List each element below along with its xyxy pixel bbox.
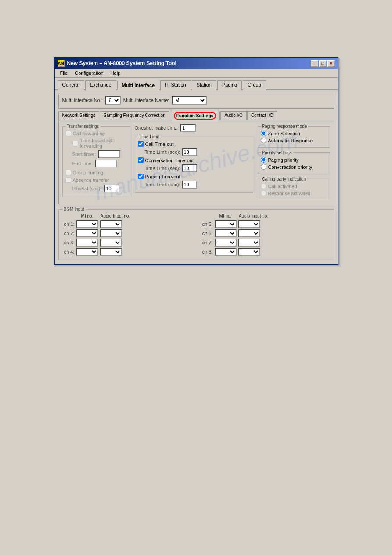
- sub-tab-bar: Network Settings Sampling Frequency Corr…: [58, 111, 334, 120]
- paging-response-legend: Paging response mode: [261, 124, 309, 129]
- close-button[interactable]: ✕: [327, 60, 335, 67]
- paging-timeout-checkbox[interactable]: [138, 174, 144, 179]
- bgm-ch3-audio-select[interactable]: [100, 239, 122, 247]
- interval-input[interactable]: [104, 185, 119, 192]
- bgm-ch2-audio-select[interactable]: [100, 229, 122, 237]
- menu-configuration[interactable]: Configuration: [71, 69, 107, 76]
- bgm-ch3-label: ch 3:: [62, 240, 75, 245]
- paging-timeout-value[interactable]: [182, 181, 197, 189]
- paging-priority-label: Paging priority: [268, 157, 299, 163]
- window-title: New System – AN-8000 System Setting Tool: [67, 60, 176, 66]
- tab-group[interactable]: Group: [243, 80, 266, 90]
- bgm-ch8-mi-select[interactable]: [215, 248, 237, 256]
- tab-multi-interface[interactable]: Multi Interface: [117, 80, 160, 90]
- zone-selection-row: Zone Selection: [261, 131, 327, 136]
- oneshot-row: Oneshot make time:: [135, 124, 253, 132]
- call-timeout-limit-row: Time Limit (sec):: [145, 148, 250, 156]
- maximize-button[interactable]: □: [319, 60, 327, 67]
- bgm-row-ch6: ch 6:: [201, 229, 330, 237]
- conv-timeout-checkbox[interactable]: [138, 157, 144, 163]
- middle-panel: Oneshot make time: Time Limit Call Time-…: [135, 124, 253, 200]
- tab-exchange[interactable]: Exchange: [85, 80, 116, 90]
- call-timeout-row: Call Time-out: [138, 141, 250, 147]
- sub-tab-contact[interactable]: Contact I/O: [247, 111, 277, 120]
- call-forwarding-checkbox[interactable]: [65, 131, 71, 136]
- sub-tab-network[interactable]: Network Settings: [58, 111, 100, 120]
- bgm-ch6-audio-select[interactable]: [238, 229, 260, 237]
- start-timer-label: Start timer:: [72, 152, 96, 157]
- interval-row: Interval (sec):: [72, 185, 127, 192]
- bgm-input-fieldset: BGM input MI no. Audio Input no. ch 1:: [58, 207, 334, 260]
- tab-ip-station[interactable]: IP Station: [160, 80, 191, 90]
- automatic-response-radio[interactable]: [261, 138, 266, 143]
- call-timeout-checkbox[interactable]: [138, 141, 144, 147]
- mi-name-select[interactable]: MI: [172, 96, 207, 105]
- sub-tab-audio[interactable]: Audio I/O: [220, 111, 247, 120]
- time-based-row: Time-based call forwarding: [72, 138, 127, 149]
- title-bar-left: AN New System – AN-8000 System Setting T…: [58, 60, 176, 67]
- paging-timeout-row: Paging Time-out: [138, 174, 250, 179]
- paging-priority-row: Paging priority: [261, 157, 327, 163]
- conversation-priority-radio[interactable]: [261, 164, 266, 170]
- group-hunting-label: Group hunting: [73, 170, 104, 175]
- end-timer-input[interactable]: [95, 160, 117, 167]
- call-activated-row: Call activated: [261, 183, 327, 189]
- interval-label: Interval (sec):: [72, 186, 102, 191]
- content-area: Multi-interface No.: 6 Multi-interface N…: [55, 90, 338, 264]
- bgm-ch6-label: ch 6:: [201, 231, 213, 236]
- oneshot-input[interactable]: [180, 124, 196, 132]
- paging-response-fieldset: Paging response mode Zone Selection Auto…: [258, 124, 330, 148]
- bgm-ch7-audio-select[interactable]: [238, 239, 260, 247]
- oneshot-label: Oneshot make time:: [135, 125, 178, 131]
- time-based-checkbox[interactable]: [72, 141, 78, 146]
- paging-timeout-label: Paging Time-out: [145, 174, 180, 179]
- bgm-ch4-audio-select[interactable]: [100, 248, 122, 256]
- sub-tab-sampling[interactable]: Sampling Frequency Correction: [100, 111, 169, 120]
- absence-transfer-label: Absence transfer: [73, 178, 109, 183]
- conv-timeout-value[interactable]: [182, 164, 197, 172]
- end-timer-label: End time:: [72, 161, 93, 166]
- sub-tab-function[interactable]: Function Settings: [170, 112, 220, 120]
- function-settings-highlight: Function Settings: [174, 112, 216, 120]
- tab-paging[interactable]: Paging: [217, 80, 242, 90]
- bgm-ch1-audio-select[interactable]: [100, 220, 122, 228]
- bgm-left-col: MI no. Audio Input no. ch 1: ch 2:: [62, 214, 192, 257]
- bgm-ch2-mi-select[interactable]: [76, 229, 98, 237]
- menu-help[interactable]: Help: [107, 69, 124, 76]
- bgm-ch5-audio-select[interactable]: [238, 220, 260, 228]
- conv-timeout-limit-row: Time Limit (sec):: [145, 164, 250, 172]
- bgm-ch1-mi-select[interactable]: [76, 220, 98, 228]
- menu-file[interactable]: File: [57, 69, 72, 76]
- app-icon: AN: [58, 60, 65, 67]
- paging-timeout-time-label: Time Limit (sec):: [145, 182, 180, 187]
- response-activated-radio[interactable]: [261, 190, 266, 196]
- bgm-ch5-mi-select[interactable]: [215, 220, 237, 228]
- conv-timeout-row: Conversation Time-out: [138, 157, 250, 163]
- bgm-ch2-label: ch 2:: [62, 231, 75, 236]
- call-timeout-value[interactable]: [182, 148, 197, 156]
- paging-timeout-limit-row: Time Limit (sec):: [145, 181, 250, 189]
- bgm-ch7-mi-select[interactable]: [215, 239, 237, 247]
- tab-general[interactable]: General: [58, 80, 84, 90]
- absence-transfer-checkbox[interactable]: [65, 177, 71, 183]
- call-activated-radio[interactable]: [261, 183, 266, 189]
- group-hunting-checkbox[interactable]: [65, 170, 71, 175]
- tab-station[interactable]: Station: [192, 80, 216, 90]
- minimize-button[interactable]: _: [311, 60, 318, 67]
- zone-selection-radio[interactable]: [261, 131, 266, 136]
- calling-party-legend: Calling party indication: [261, 177, 308, 181]
- call-timeout-time-label: Time Limit (sec):: [145, 149, 180, 155]
- bgm-row-ch7: ch 7:: [201, 239, 330, 247]
- mi-no-select[interactable]: 6: [105, 96, 121, 105]
- bgm-audio-header-left: Audio Input no.: [100, 214, 131, 218]
- bgm-audio-header-right: Audio Input no.: [238, 214, 269, 218]
- bgm-ch8-label: ch 8:: [201, 249, 213, 254]
- bgm-ch6-mi-select[interactable]: [215, 229, 237, 237]
- bgm-ch3-mi-select[interactable]: [76, 239, 98, 247]
- bgm-ch4-mi-select[interactable]: [76, 248, 98, 256]
- start-timer-input[interactable]: [98, 150, 120, 158]
- bgm-ch8-audio-select[interactable]: [238, 248, 260, 256]
- start-timer-row: Start timer:: [72, 150, 127, 158]
- bgm-left-header: MI no. Audio Input no.: [62, 214, 192, 218]
- paging-priority-radio[interactable]: [261, 157, 266, 163]
